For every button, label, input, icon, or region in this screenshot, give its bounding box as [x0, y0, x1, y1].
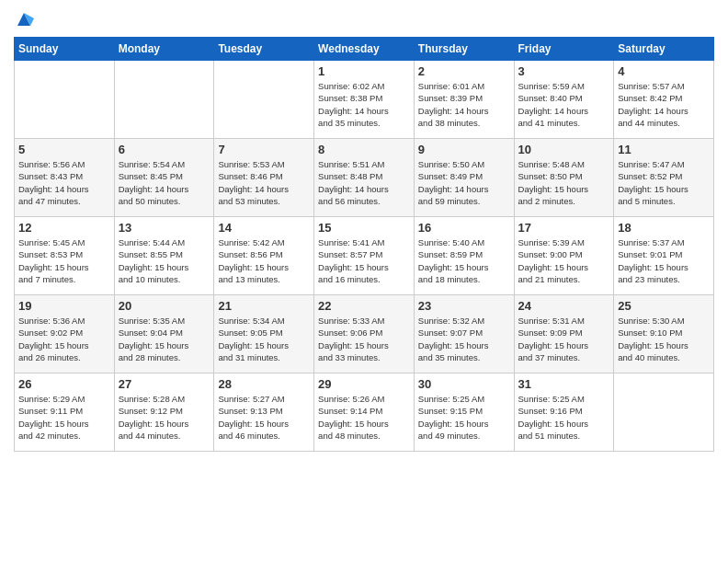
calendar-cell: [214, 61, 314, 139]
calendar-cell: 15Sunrise: 5:41 AM Sunset: 8:57 PM Dayli…: [314, 217, 415, 295]
day-info: Sunrise: 5:29 AM Sunset: 9:11 PM Dayligh…: [18, 393, 110, 442]
calendar-cell: 10Sunrise: 5:48 AM Sunset: 8:50 PM Dayli…: [514, 139, 614, 217]
logo: [14, 9, 38, 29]
day-number: 4: [618, 64, 710, 78]
calendar-cell: 29Sunrise: 5:26 AM Sunset: 9:14 PM Dayli…: [314, 373, 415, 452]
day-info: Sunrise: 5:44 AM Sunset: 8:55 PM Dayligh…: [119, 236, 210, 285]
calendar-cell: [114, 61, 214, 139]
calendar-cell: 12Sunrise: 5:45 AM Sunset: 8:53 PM Dayli…: [15, 217, 115, 295]
day-number: 18: [618, 221, 710, 235]
calendar-cell: 27Sunrise: 5:28 AM Sunset: 9:12 PM Dayli…: [114, 373, 214, 452]
day-number: 5: [18, 143, 110, 156]
day-number: 31: [518, 377, 610, 391]
header: [14, 9, 714, 29]
day-info: Sunrise: 5:45 AM Sunset: 8:53 PM Dayligh…: [18, 236, 110, 285]
calendar-cell: [15, 61, 115, 139]
calendar-cell: 20Sunrise: 5:35 AM Sunset: 9:04 PM Dayli…: [114, 295, 214, 373]
day-number: 12: [18, 221, 110, 235]
day-info: Sunrise: 5:39 AM Sunset: 9:00 PM Dayligh…: [518, 236, 610, 285]
day-info: Sunrise: 5:50 AM Sunset: 8:49 PM Dayligh…: [418, 158, 510, 207]
calendar-cell: 21Sunrise: 5:34 AM Sunset: 9:05 PM Dayli…: [214, 295, 314, 373]
day-header-thursday: Thursday: [414, 38, 514, 61]
calendar-cell: 14Sunrise: 5:42 AM Sunset: 8:56 PM Dayli…: [214, 217, 314, 295]
day-number: 2: [418, 64, 510, 78]
calendar-cell: 18Sunrise: 5:37 AM Sunset: 9:01 PM Dayli…: [614, 217, 714, 295]
day-number: 17: [518, 221, 610, 235]
day-number: 1: [318, 64, 410, 78]
day-info: Sunrise: 5:51 AM Sunset: 8:48 PM Dayligh…: [318, 158, 410, 207]
day-header-wednesday: Wednesday: [314, 38, 415, 61]
day-info: Sunrise: 6:02 AM Sunset: 8:38 PM Dayligh…: [318, 80, 410, 129]
day-info: Sunrise: 5:28 AM Sunset: 9:12 PM Dayligh…: [119, 393, 210, 442]
day-number: 11: [618, 143, 710, 156]
day-info: Sunrise: 5:31 AM Sunset: 9:09 PM Dayligh…: [518, 315, 610, 363]
day-header-monday: Monday: [114, 38, 214, 61]
day-info: Sunrise: 5:41 AM Sunset: 8:57 PM Dayligh…: [318, 236, 410, 285]
day-info: Sunrise: 5:59 AM Sunset: 8:40 PM Dayligh…: [518, 80, 610, 129]
day-info: Sunrise: 5:40 AM Sunset: 8:59 PM Dayligh…: [418, 236, 510, 285]
day-info: Sunrise: 5:33 AM Sunset: 9:06 PM Dayligh…: [318, 315, 410, 363]
day-number: 7: [218, 143, 310, 156]
day-info: Sunrise: 5:34 AM Sunset: 9:05 PM Dayligh…: [218, 315, 310, 363]
day-number: 8: [318, 143, 410, 156]
day-number: 22: [318, 299, 410, 313]
day-number: 26: [18, 377, 110, 391]
calendar-cell: 9Sunrise: 5:50 AM Sunset: 8:49 PM Daylig…: [414, 139, 514, 217]
calendar-cell: 4Sunrise: 5:57 AM Sunset: 8:42 PM Daylig…: [614, 61, 714, 139]
day-number: 27: [119, 377, 210, 391]
day-number: 29: [318, 377, 410, 391]
day-info: Sunrise: 5:56 AM Sunset: 8:43 PM Dayligh…: [18, 158, 110, 207]
day-number: 3: [518, 64, 610, 78]
calendar-cell: 28Sunrise: 5:27 AM Sunset: 9:13 PM Dayli…: [214, 373, 314, 452]
day-info: Sunrise: 5:35 AM Sunset: 9:04 PM Dayligh…: [119, 315, 210, 363]
calendar-cell: 8Sunrise: 5:51 AM Sunset: 8:48 PM Daylig…: [314, 139, 415, 217]
day-info: Sunrise: 5:25 AM Sunset: 9:15 PM Dayligh…: [418, 393, 510, 442]
day-header-saturday: Saturday: [614, 38, 714, 61]
day-info: Sunrise: 5:30 AM Sunset: 9:10 PM Dayligh…: [618, 315, 710, 363]
logo-icon: [14, 9, 34, 29]
calendar-cell: 6Sunrise: 5:54 AM Sunset: 8:45 PM Daylig…: [114, 139, 214, 217]
day-info: Sunrise: 5:37 AM Sunset: 9:01 PM Dayligh…: [618, 236, 710, 285]
day-number: 28: [218, 377, 310, 391]
calendar-cell: 1Sunrise: 6:02 AM Sunset: 8:38 PM Daylig…: [314, 61, 415, 139]
day-number: 9: [418, 143, 510, 156]
day-number: 19: [18, 299, 110, 313]
calendar-week-row: 19Sunrise: 5:36 AM Sunset: 9:02 PM Dayli…: [15, 295, 714, 373]
day-number: 24: [518, 299, 610, 313]
day-number: 30: [418, 377, 510, 391]
day-number: 15: [318, 221, 410, 235]
day-info: Sunrise: 5:36 AM Sunset: 9:02 PM Dayligh…: [18, 315, 110, 363]
day-info: Sunrise: 5:54 AM Sunset: 8:45 PM Dayligh…: [119, 158, 210, 207]
day-header-sunday: Sunday: [15, 38, 115, 61]
day-header-friday: Friday: [514, 38, 614, 61]
day-info: Sunrise: 5:27 AM Sunset: 9:13 PM Dayligh…: [218, 393, 310, 442]
calendar-week-row: 26Sunrise: 5:29 AM Sunset: 9:11 PM Dayli…: [15, 373, 714, 452]
calendar-week-row: 12Sunrise: 5:45 AM Sunset: 8:53 PM Dayli…: [15, 217, 714, 295]
calendar-cell: 19Sunrise: 5:36 AM Sunset: 9:02 PM Dayli…: [15, 295, 115, 373]
calendar-table: SundayMondayTuesdayWednesdayThursdayFrid…: [14, 37, 714, 452]
day-header-tuesday: Tuesday: [214, 38, 314, 61]
day-number: 20: [119, 299, 210, 313]
day-number: 16: [418, 221, 510, 235]
calendar-cell: 5Sunrise: 5:56 AM Sunset: 8:43 PM Daylig…: [15, 139, 115, 217]
day-info: Sunrise: 5:26 AM Sunset: 9:14 PM Dayligh…: [318, 393, 410, 442]
calendar-cell: 7Sunrise: 5:53 AM Sunset: 8:46 PM Daylig…: [214, 139, 314, 217]
day-number: 13: [119, 221, 210, 235]
calendar-cell: 3Sunrise: 5:59 AM Sunset: 8:40 PM Daylig…: [514, 61, 614, 139]
calendar-week-row: 5Sunrise: 5:56 AM Sunset: 8:43 PM Daylig…: [15, 139, 714, 217]
day-info: Sunrise: 5:53 AM Sunset: 8:46 PM Dayligh…: [218, 158, 310, 207]
calendar-cell: 2Sunrise: 6:01 AM Sunset: 8:39 PM Daylig…: [414, 61, 514, 139]
calendar-cell: 26Sunrise: 5:29 AM Sunset: 9:11 PM Dayli…: [15, 373, 115, 452]
calendar-cell: [614, 373, 714, 452]
day-number: 23: [418, 299, 510, 313]
calendar-cell: 24Sunrise: 5:31 AM Sunset: 9:09 PM Dayli…: [514, 295, 614, 373]
day-info: Sunrise: 5:32 AM Sunset: 9:07 PM Dayligh…: [418, 315, 510, 363]
calendar-week-row: 1Sunrise: 6:02 AM Sunset: 8:38 PM Daylig…: [15, 61, 714, 139]
day-info: Sunrise: 5:47 AM Sunset: 8:52 PM Dayligh…: [618, 158, 710, 207]
calendar-cell: 17Sunrise: 5:39 AM Sunset: 9:00 PM Dayli…: [514, 217, 614, 295]
calendar-cell: 23Sunrise: 5:32 AM Sunset: 9:07 PM Dayli…: [414, 295, 514, 373]
day-info: Sunrise: 5:57 AM Sunset: 8:42 PM Dayligh…: [618, 80, 710, 129]
day-number: 14: [218, 221, 310, 235]
day-number: 6: [119, 143, 210, 156]
calendar-cell: 16Sunrise: 5:40 AM Sunset: 8:59 PM Dayli…: [414, 217, 514, 295]
